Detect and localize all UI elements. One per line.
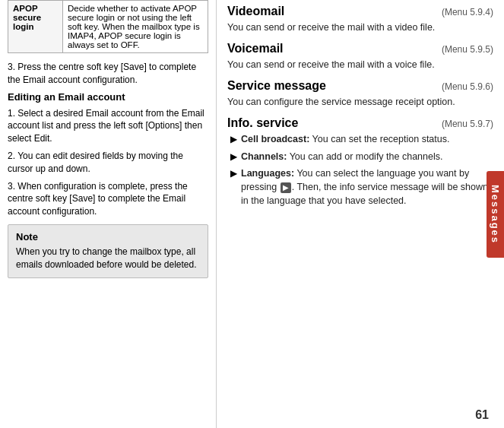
page-number: 61 [475,408,489,422]
bullet-arrow-3: ▶ [230,167,237,180]
info-service-menu: (Menu 5.9.7) [442,119,493,129]
bullet-languages: ▶ Languages: You can select the language… [230,166,493,208]
voicemail-heading: Voicemail (Menu 5.9.5) [227,42,493,55]
apop-table: APOP secure login Decide whether to acti… [8,0,208,53]
note-body: When you try to change the mailbox type,… [16,246,200,271]
note-title: Note [16,231,200,243]
inline-button: ▶ [281,182,291,194]
service-message-heading: Service message (Menu 5.9.6) [227,79,493,93]
bullet-arrow-1: ▶ [230,133,237,146]
videomail-body: You can send or receive the mail with a … [227,21,493,34]
bullet-languages-text: Languages: You can select the language y… [241,166,493,208]
apop-content: Decide whether to activate APOP secure l… [63,1,208,53]
step3: 3. When configuration is complete, press… [8,180,208,218]
service-message-menu: (Menu 5.9.6) [442,81,493,92]
note-box: Note When you try to change the mailbox … [8,224,208,278]
voicemail-body: You can send or receive the mail with a … [227,58,493,71]
bullet-cell-broadcast-bold: Cell broadcast: [241,134,309,144]
videomail-title: Videomail [227,5,284,18]
bullet-languages-bold: Languages: [241,168,294,179]
service-message-title: Service message [227,79,326,93]
step1: 1. Select a desired Email account from t… [8,107,208,145]
bullet-arrow-2: ▶ [230,151,237,163]
bullet-cell-broadcast-rest: You can set the reception status. [309,134,449,144]
info-service-heading: Info. service (Menu 5.9.7) [227,116,493,130]
bullet-channels-text: Channels: You can add or modify the chan… [241,150,442,163]
bullet-channels-rest: You can add or modify the channels. [287,151,442,162]
apop-label: APOP secure login [8,1,63,53]
editing-heading: Editing an Email account [8,91,208,103]
side-tab: Messages [487,170,504,257]
videomail-heading: Videomail (Menu 5.9.4) [227,5,493,18]
service-message-body: You can configure the service message re… [227,95,493,109]
bullet-cell-broadcast-text: Cell broadcast: You can set the receptio… [241,132,449,146]
bullet-cell-broadcast: ▶ Cell broadcast: You can set the recept… [230,132,493,146]
right-panel: Videomail (Menu 5.9.4) You can send or r… [217,0,504,428]
bullet-channels: ▶ Channels: You can add or modify the ch… [230,150,493,163]
voicemail-menu: (Menu 5.9.5) [442,44,493,55]
info-service-title: Info. service [227,116,298,130]
info-service-bullets: ▶ Cell broadcast: You can set the recept… [230,132,493,208]
videomail-menu: (Menu 5.9.4) [442,7,493,17]
voicemail-title: Voicemail [227,42,284,55]
left-panel: APOP secure login Decide whether to acti… [0,0,217,428]
step2: 2. You can edit desired fields by moving… [8,150,208,176]
bullet-channels-bold: Channels: [241,151,287,162]
step3-complete: 3. Press the centre soft key [Save] to c… [8,61,208,87]
